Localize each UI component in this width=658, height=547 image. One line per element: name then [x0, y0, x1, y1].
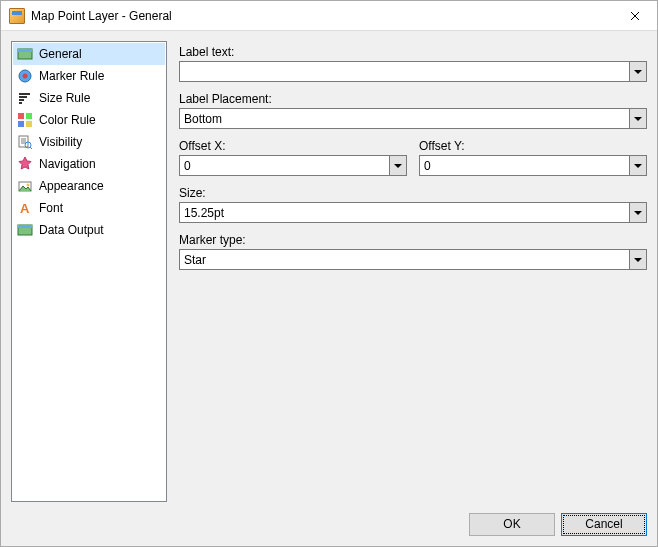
sidebar-item-label: Navigation [39, 157, 96, 171]
sidebar-item-label: General [39, 47, 82, 61]
svg-rect-5 [26, 113, 32, 119]
chevron-down-icon [634, 211, 642, 215]
marker-type-dropdown-button[interactable] [629, 250, 646, 269]
label-text-dropdown-button[interactable] [629, 62, 646, 81]
offset-x-dropdown-button[interactable] [389, 156, 406, 175]
sidebar-item-label: Marker Rule [39, 69, 104, 83]
label-placement-label: Label Placement: [179, 92, 647, 106]
navigation-icon [17, 156, 33, 172]
offset-y-combo[interactable] [419, 155, 647, 176]
sidebar-item-label: Font [39, 201, 63, 215]
titlebar: Map Point Layer - General [1, 1, 657, 31]
sidebar-item-visibility[interactable]: Visibility [13, 131, 165, 153]
dialog-body: General Marker Rule Size Rule Color Rule [1, 31, 657, 502]
close-button[interactable] [612, 1, 657, 30]
sidebar-item-general[interactable]: General [13, 43, 165, 65]
offset-x-combo[interactable] [179, 155, 407, 176]
sidebar-item-label: Visibility [39, 135, 82, 149]
chevron-down-icon [634, 70, 642, 74]
form-panel: Label text: Label Placement: [173, 41, 647, 502]
size-input[interactable] [180, 203, 629, 222]
sidebar-item-navigation[interactable]: Navigation [13, 153, 165, 175]
app-icon [9, 8, 25, 24]
layer-icon [17, 46, 33, 62]
size-combo[interactable] [179, 202, 647, 223]
field-label-placement: Label Placement: [179, 92, 647, 129]
sidebar-item-label: Data Output [39, 223, 104, 237]
ok-button[interactable]: OK [469, 513, 555, 536]
marker-rule-icon [17, 68, 33, 84]
offset-y-dropdown-button[interactable] [629, 156, 646, 175]
svg-rect-4 [18, 113, 24, 119]
svg-text:A: A [20, 201, 30, 216]
visibility-icon [17, 134, 33, 150]
chevron-down-icon [634, 164, 642, 168]
window-title: Map Point Layer - General [31, 9, 612, 23]
field-offset-x: Offset X: [179, 139, 407, 176]
label-text-combo[interactable] [179, 61, 647, 82]
dialog-footer: OK Cancel [1, 502, 657, 546]
label-text-input[interactable] [180, 62, 629, 81]
field-marker-type: Marker type: [179, 233, 647, 270]
svg-point-3 [23, 74, 28, 79]
field-label-text: Label text: [179, 45, 647, 82]
appearance-icon [17, 178, 33, 194]
sidebar-item-label: Size Rule [39, 91, 90, 105]
svg-point-11 [27, 184, 30, 187]
offset-x-input[interactable] [180, 156, 389, 175]
label-placement-dropdown-button[interactable] [629, 109, 646, 128]
marker-type-label: Marker type: [179, 233, 647, 247]
svg-rect-14 [18, 225, 32, 228]
field-offsets: Offset X: Offset Y: [179, 139, 647, 176]
sidebar-item-data-output[interactable]: Data Output [13, 219, 165, 241]
svg-rect-6 [18, 121, 24, 127]
size-dropdown-button[interactable] [629, 203, 646, 222]
offset-x-label: Offset X: [179, 139, 407, 153]
offset-y-label: Offset Y: [419, 139, 647, 153]
marker-type-input[interactable] [180, 250, 629, 269]
data-output-icon [17, 222, 33, 238]
font-icon: A [17, 200, 33, 216]
sidebar-item-color-rule[interactable]: Color Rule [13, 109, 165, 131]
close-icon [630, 11, 640, 21]
chevron-down-icon [634, 258, 642, 262]
label-text-label: Label text: [179, 45, 647, 59]
color-rule-icon [17, 112, 33, 128]
sidebar-item-marker-rule[interactable]: Marker Rule [13, 65, 165, 87]
sidebar-item-label: Color Rule [39, 113, 96, 127]
sidebar: General Marker Rule Size Rule Color Rule [11, 41, 167, 502]
svg-rect-1 [18, 49, 32, 52]
sidebar-item-font[interactable]: A Font [13, 197, 165, 219]
cancel-button[interactable]: Cancel [561, 513, 647, 536]
field-size: Size: [179, 186, 647, 223]
svg-rect-7 [26, 121, 32, 127]
sidebar-item-appearance[interactable]: Appearance [13, 175, 165, 197]
size-rule-icon [17, 90, 33, 106]
dialog-window: Map Point Layer - General General Marker… [0, 0, 658, 547]
chevron-down-icon [634, 117, 642, 121]
sidebar-item-label: Appearance [39, 179, 104, 193]
sidebar-item-size-rule[interactable]: Size Rule [13, 87, 165, 109]
marker-type-combo[interactable] [179, 249, 647, 270]
chevron-down-icon [394, 164, 402, 168]
label-placement-combo[interactable] [179, 108, 647, 129]
label-placement-input[interactable] [180, 109, 629, 128]
size-label: Size: [179, 186, 647, 200]
offset-y-input[interactable] [420, 156, 629, 175]
field-offset-y: Offset Y: [419, 139, 647, 176]
